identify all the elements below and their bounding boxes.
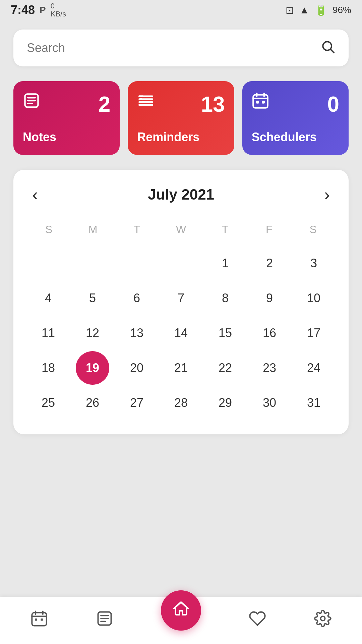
calendar-day-3[interactable]: 3 — [297, 247, 330, 280]
status-data: 0KB/s — [51, 2, 66, 18]
search-icon[interactable] — [320, 39, 335, 57]
svg-point-11 — [140, 101, 142, 103]
calendar-day-15[interactable]: 15 — [208, 316, 242, 350]
card-icon-reminders — [137, 92, 155, 113]
calendar-day-16[interactable]: 16 — [253, 316, 286, 350]
status-bar: 7:48 P 0KB/s ⊡ ▲ 🔋 96% — [0, 0, 362, 20]
calendar-day-name: T — [115, 221, 159, 238]
calendar-day-18[interactable]: 18 — [32, 351, 65, 385]
search-container — [13, 30, 349, 66]
calendar-day-empty — [32, 247, 65, 280]
home-button[interactable] — [161, 590, 201, 631]
battery-percent: 96% — [333, 5, 351, 15]
calendar-day-13[interactable]: 13 — [120, 316, 154, 350]
status-parking: P — [40, 5, 46, 15]
calendar-day-20[interactable]: 20 — [120, 351, 154, 385]
calendar-day-22[interactable]: 22 — [208, 351, 242, 385]
calendar-day-9[interactable]: 9 — [253, 281, 286, 315]
card-schedulers[interactable]: 0 Schedulers — [242, 81, 349, 155]
signal-icon: ▲ — [299, 4, 309, 16]
calendar-day-6[interactable]: 6 — [120, 281, 154, 315]
card-label-schedulers: Schedulers — [252, 122, 339, 144]
calendar-day-7[interactable]: 7 — [164, 281, 198, 315]
svg-rect-19 — [262, 101, 265, 104]
calendar-day-empty — [120, 247, 154, 280]
card-icon-notes — [23, 92, 40, 113]
calendar-day-8[interactable]: 8 — [208, 281, 242, 315]
calendar-day-empty — [76, 247, 109, 280]
calendar-day-30[interactable]: 30 — [253, 386, 286, 420]
calendar-day-29[interactable]: 29 — [208, 386, 242, 420]
calendar-container: ‹ July 2021 › SMTWTFS 123456789101112131… — [13, 170, 349, 434]
svg-rect-14 — [253, 95, 267, 108]
calendar-day-31[interactable]: 31 — [297, 386, 330, 420]
svg-rect-24 — [35, 619, 37, 621]
svg-line-1 — [330, 49, 334, 53]
bottom-nav — [0, 597, 362, 644]
calendar-day-1[interactable]: 1 — [208, 247, 242, 280]
card-icon-schedulers — [252, 92, 269, 113]
calendar-header: ‹ July 2021 › — [27, 184, 335, 205]
calendar-day-name: T — [203, 221, 247, 238]
calendar-next-button[interactable]: › — [319, 184, 335, 205]
card-count-schedulers: 0 — [327, 92, 339, 117]
notes-nav[interactable] — [96, 610, 113, 631]
calendar-day-28[interactable]: 28 — [164, 386, 198, 420]
calendar-day-name: W — [159, 221, 203, 238]
card-top-reminders: 13 — [137, 92, 225, 117]
favorites-icon — [249, 610, 266, 631]
calendar-day-17[interactable]: 17 — [297, 316, 330, 350]
settings-icon — [314, 610, 331, 631]
calendar-day-14[interactable]: 14 — [164, 316, 198, 350]
card-count-notes: 2 — [99, 92, 111, 117]
calendar-day-11[interactable]: 11 — [32, 316, 65, 350]
battery-icon: 🔋 — [315, 4, 327, 16]
calendar-day-12[interactable]: 12 — [76, 316, 109, 350]
calendar-day-25[interactable]: 25 — [32, 386, 65, 420]
card-count-reminders: 13 — [201, 92, 225, 117]
svg-rect-18 — [256, 101, 259, 104]
calendar-day-10[interactable]: 10 — [297, 281, 330, 315]
svg-point-30 — [320, 616, 325, 621]
svg-rect-25 — [41, 619, 43, 621]
svg-rect-20 — [32, 613, 47, 626]
calendar-nav[interactable] — [31, 610, 48, 631]
calendar-day-4[interactable]: 4 — [32, 281, 65, 315]
cast-icon: ⊡ — [286, 4, 294, 16]
calendar-day-19[interactable]: 19 — [76, 351, 109, 385]
card-label-reminders: Reminders — [137, 122, 225, 144]
calendar-day-name: M — [71, 221, 115, 238]
card-top-schedulers: 0 — [252, 92, 339, 117]
calendar-day-name: F — [247, 221, 291, 238]
search-box — [13, 30, 349, 66]
status-left: 7:48 P 0KB/s — [11, 2, 66, 18]
calendar-day-26[interactable]: 26 — [76, 386, 109, 420]
calendar-day-name: S — [27, 221, 71, 238]
card-label-notes: Notes — [23, 122, 110, 144]
calendar-day-27[interactable]: 27 — [120, 386, 154, 420]
card-top-notes: 2 — [23, 92, 110, 117]
calendar-day-name: S — [291, 221, 335, 238]
settings-nav[interactable] — [314, 610, 331, 631]
svg-point-12 — [140, 104, 142, 106]
calendar-icon — [31, 610, 48, 631]
card-notes[interactable]: 2 Notes — [13, 81, 120, 155]
notes-icon — [96, 610, 113, 631]
calendar-day-21[interactable]: 21 — [164, 351, 198, 385]
calendar-day-names: SMTWTFS — [27, 221, 335, 238]
svg-point-10 — [140, 98, 142, 100]
calendar-day-2[interactable]: 2 — [253, 247, 286, 280]
calendar-day-24[interactable]: 24 — [297, 351, 330, 385]
calendar-day-5[interactable]: 5 — [76, 281, 109, 315]
calendar-day-empty — [164, 247, 198, 280]
cards-row: 2 Notes 13 Reminders 0 Schedulers — [13, 81, 349, 155]
favorites-nav[interactable] — [249, 610, 266, 631]
calendar-day-23[interactable]: 23 — [253, 351, 286, 385]
status-time: 7:48 — [11, 3, 35, 17]
calendar-prev-button[interactable]: ‹ — [27, 184, 43, 205]
calendar-title: July 2021 — [148, 186, 214, 203]
status-right: ⊡ ▲ 🔋 96% — [286, 4, 351, 16]
home-icon — [172, 599, 190, 622]
card-reminders[interactable]: 13 Reminders — [128, 81, 234, 155]
search-input[interactable] — [27, 41, 314, 55]
